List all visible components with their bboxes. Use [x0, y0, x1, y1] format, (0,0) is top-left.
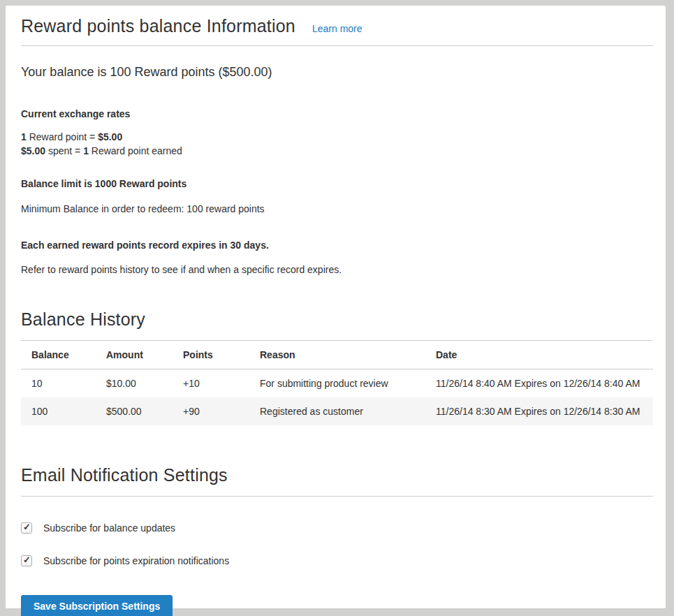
- subscribe-balance-updates-checkbox[interactable]: [21, 522, 32, 534]
- exchange-rates-heading: Current exchange rates: [21, 107, 653, 121]
- learn-more-link[interactable]: Learn more: [312, 23, 362, 34]
- cell-balance: 100: [21, 397, 96, 425]
- cell-points: +90: [173, 397, 249, 425]
- table-header-row: Balance Amount Points Reason Date: [21, 341, 653, 369]
- column-header-amount: Amount: [96, 341, 173, 369]
- column-header-points: Points: [173, 341, 249, 369]
- balance-history-heading: Balance History: [21, 309, 653, 341]
- cell-amount: $10.00: [96, 369, 173, 398]
- reward-points-panel: Reward points balance Information Learn …: [6, 6, 666, 608]
- table-row: 100 $500.00 +90 Registered as customer 1…: [21, 397, 653, 425]
- cell-reason: Registered as customer: [249, 397, 425, 425]
- column-header-balance: Balance: [21, 341, 96, 369]
- page-title: Reward points balance Information: [21, 16, 295, 36]
- cell-date: 11/26/14 8:40 AM Expires on 12/26/14 8:4…: [425, 369, 653, 398]
- cell-balance: 10: [21, 369, 96, 398]
- cell-date: 11/26/14 8:30 AM Expires on 12/26/14 8:3…: [425, 397, 653, 425]
- exchange-rates-lines: 1 Reward point = $5.00 $5.00 spent = 1 R…: [21, 130, 653, 158]
- subscribe-expiration-checkbox[interactable]: [21, 555, 32, 566]
- email-settings-heading: Email Notification Settings: [21, 465, 653, 497]
- save-subscription-settings-button[interactable]: Save Subscription Settings: [21, 595, 173, 616]
- table-row: 10 $10.00 +10 For submitting product rev…: [21, 369, 653, 398]
- header-divider: [21, 45, 653, 46]
- expiration-rule-text: Each earned reward points record expires…: [21, 238, 653, 252]
- minimum-redeem-text: Minimum Balance in order to redeem: 100 …: [21, 202, 653, 216]
- subscribe-expiration-label: Subscribe for points expiration notifica…: [43, 555, 229, 566]
- balance-history-table: Balance Amount Points Reason Date 10 $10…: [21, 341, 653, 425]
- subscribe-expiration-row[interactable]: Subscribe for points expiration notifica…: [21, 555, 653, 566]
- reward-info-block: Current exchange rates 1 Reward point = …: [21, 107, 653, 277]
- panel-header: Reward points balance Information Learn …: [21, 6, 653, 36]
- balance-summary: Your balance is 100 Reward points ($500.…: [21, 65, 653, 80]
- subscribe-balance-updates-label: Subscribe for balance updates: [43, 522, 175, 534]
- cell-amount: $500.00: [96, 397, 173, 425]
- subscribe-balance-updates-row[interactable]: Subscribe for balance updates: [21, 522, 653, 534]
- balance-limit-text: Balance limit is 1000 Reward points: [21, 177, 653, 191]
- exchange-rate-line-2: $5.00 spent = 1 Reward point earned: [21, 144, 653, 158]
- balance-history-section: Balance History Balance Amount Points Re…: [21, 309, 653, 425]
- column-header-reason: Reason: [249, 341, 425, 369]
- exchange-rate-line-1: 1 Reward point = $5.00: [21, 130, 653, 144]
- cell-points: +10: [173, 369, 249, 398]
- cell-reason: For submitting product review: [249, 369, 425, 398]
- column-header-date: Date: [425, 341, 653, 369]
- expiration-note-text: Refer to reward points history to see if…: [21, 263, 653, 277]
- email-notification-section: Email Notification Settings Subscribe fo…: [21, 465, 653, 616]
